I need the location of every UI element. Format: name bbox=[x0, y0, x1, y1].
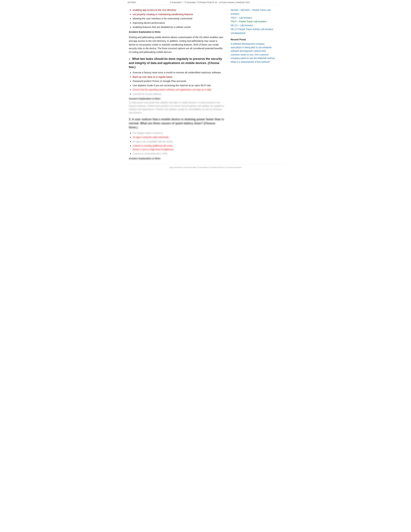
list-item: allowing the user interface to be extens… bbox=[133, 17, 224, 20]
list-item: Password protect iTunes or Google Play a… bbox=[133, 79, 224, 83]
recent-posts-section: Recent Posts A software development comp… bbox=[231, 38, 275, 64]
sidebar-link-itev7-lab[interactable]: ITEv7 – Lab Answers bbox=[231, 16, 275, 20]
question-2-block: 2. What two tasks should be done regular… bbox=[129, 57, 224, 69]
footer-url: https://infraexam.com/it-essentials-7/it… bbox=[169, 166, 242, 168]
footer-bar: https://infraexam.com/it-essentials-7/it… bbox=[125, 165, 286, 170]
bullet-list-2: Execute a factory reset once a month to … bbox=[129, 71, 224, 96]
list-item: Use airplane mode if you are accessing t… bbox=[133, 84, 224, 87]
list-item-blurred: An app is not compatible with the device… bbox=[133, 140, 224, 143]
sidebar-links-section: DevNet – DEVASC – Packet Tracer Lab Answ… bbox=[231, 8, 275, 35]
answers-label-2-blurred: Answers Explanation & Hints: bbox=[129, 97, 224, 100]
list-item: enabling app access to the root director… bbox=[133, 8, 224, 12]
list-item-blurred: An app is using the radio intensively. bbox=[133, 135, 224, 139]
recent-post-link[interactable]: A software development company specializ… bbox=[231, 42, 275, 64]
top-bar: 3/27/2021 IT Essentials 7 – IT Essential… bbox=[125, 0, 286, 5]
date-label: 3/27/2021 bbox=[128, 1, 136, 4]
list-item-blurred: Ensure that the operating system softwar… bbox=[133, 88, 224, 92]
list-item-blurred: The display mode is turned on. bbox=[133, 131, 224, 135]
list-item: Back up user data on a regular basis. bbox=[133, 75, 224, 79]
sidebar-link-itev7-packet[interactable]: ITEv7 – Packet Tracer Lab Answers bbox=[231, 20, 275, 24]
question-3-block: 3. A user notices that a mobile device i… bbox=[129, 117, 224, 130]
sidebar: DevNet – DEVASC – Packet Tracer Lab Answ… bbox=[228, 7, 278, 163]
list-item: improving device performance bbox=[133, 21, 224, 25]
question-2-number: 2. bbox=[129, 57, 131, 60]
bullet-list-1: enabling app access to the root director… bbox=[129, 8, 224, 29]
main-layout: enabling app access to the root director… bbox=[125, 5, 286, 165]
bullet-list-3-blurred: The display mode is turned on. An app is… bbox=[129, 131, 224, 156]
sidebar-link-devnet[interactable]: DevNet – DEVASC – Packet Tracer Lab Answ… bbox=[231, 8, 275, 16]
answers-label-3-blurred: Answers Explanation & Hints: bbox=[129, 157, 224, 160]
content-area: enabling app access to the root director… bbox=[125, 7, 228, 163]
answers-label-1: Answers Explanation & Hints: bbox=[129, 31, 224, 33]
question-3-text-blurred: 3. A user notices that a mobile device i… bbox=[129, 117, 224, 130]
explanation-1: Rooting and jailbreaking mobile devices … bbox=[129, 36, 224, 54]
sidebar-link-ne2-lab[interactable]: NE 2.0 – Lab Answers bbox=[231, 24, 275, 28]
explanation-2-blurred: To help secure and protect the software … bbox=[129, 101, 224, 114]
list-item-blurred: A device is connecting over a VPN. bbox=[133, 152, 224, 156]
sidebar-link-uncategorized[interactable]: Uncategorized bbox=[231, 31, 275, 35]
recent-posts-heading: Recent Posts bbox=[231, 38, 275, 41]
list-item-blurred: A device is sending additional wifi scan… bbox=[133, 144, 224, 151]
sidebar-link-ne2-packet[interactable]: NE 2.0 Packet Tracer Activity Lab Answer… bbox=[231, 28, 275, 31]
question-2-text: What two tasks should be done regularly … bbox=[129, 57, 222, 68]
list-item: not properly creating or maintaining san… bbox=[133, 13, 224, 16]
list-item-blurred: Uninstall all unused software. bbox=[133, 92, 224, 96]
list-item: enabling features that are disabled by a… bbox=[133, 25, 224, 29]
list-item: Execute a factory reset once a month to … bbox=[133, 71, 224, 75]
page-title: IT Essentials 7 – IT Essentials 7.0 Prac… bbox=[170, 1, 250, 4]
